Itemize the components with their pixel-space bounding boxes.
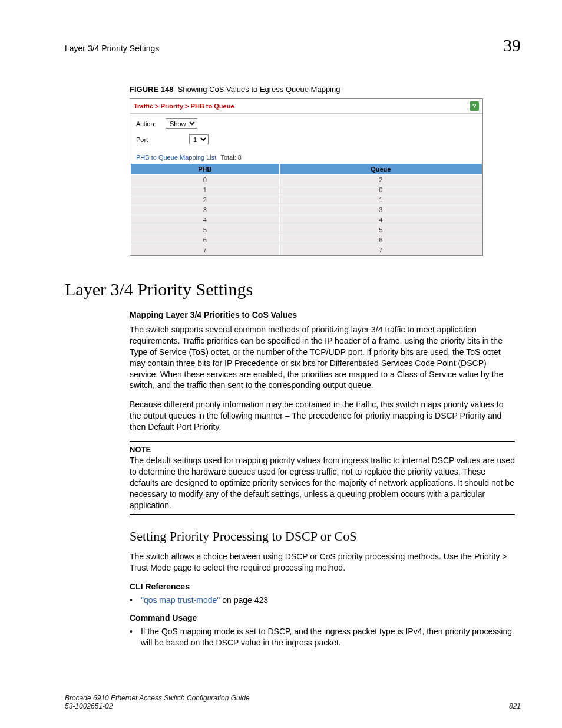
table-row: 44	[131, 215, 482, 225]
table-row: 55	[131, 225, 482, 235]
embedded-screenshot: Traffic > Priority > PHB to Queue ? Acti…	[130, 98, 483, 256]
subsection-heading: Setting Priority Processing to DSCP or C…	[130, 529, 521, 544]
figure-label: FIGURE 148	[130, 85, 173, 94]
section-heading: Layer 3/4 Priority Settings	[65, 279, 521, 299]
action-label: Action:	[136, 120, 160, 127]
cli-references-heading: CLI References	[130, 582, 515, 591]
phb-queue-table: PHB Queue 02 10 21 33 44 55 66 77	[130, 163, 482, 255]
table-row: 21	[131, 195, 482, 205]
footer-doc-number: 53-1002651-02	[65, 702, 250, 710]
col-queue: Queue	[279, 164, 482, 175]
footer-book-title: Brocade 6910 Ethernet Access Switch Conf…	[65, 694, 250, 702]
paragraph: The switch allows a choice between using…	[130, 551, 515, 574]
mapping-list-title: PHB to Queue Mapping List Total: 8	[130, 154, 482, 163]
breadcrumb: Traffic > Priority > PHB to Queue	[134, 103, 234, 110]
note-body: The default settings used for mapping pr…	[130, 455, 515, 510]
note-label: NOTE	[130, 445, 515, 454]
command-usage-heading: Command Usage	[130, 613, 515, 622]
table-row: 33	[131, 205, 482, 215]
col-phb: PHB	[131, 164, 280, 175]
bullet-icon: •	[130, 595, 133, 606]
paragraph: The switch supports several common metho…	[130, 324, 515, 391]
port-label: Port	[136, 136, 183, 143]
note-rule-top	[130, 441, 515, 442]
table-row: 10	[131, 185, 482, 195]
running-header: Layer 3/4 Priority Settings	[65, 44, 159, 53]
command-usage-item: If the QoS mapping mode is set to DSCP, …	[141, 626, 515, 648]
cli-link[interactable]: "qos map trust-mode"	[141, 595, 220, 605]
subheading-mapping: Mapping Layer 3/4 Priorities to CoS Valu…	[130, 310, 515, 319]
cli-reference-item: "qos map trust-mode" on page 423	[141, 595, 515, 606]
help-icon[interactable]: ?	[470, 101, 479, 111]
action-select[interactable]: Show	[166, 118, 197, 129]
figure-caption-text: Showing CoS Values to Egress Queue Mappi…	[178, 85, 340, 94]
note-rule-bottom	[130, 514, 515, 515]
page-footer: Brocade 6910 Ethernet Access Switch Conf…	[65, 694, 521, 710]
table-row: 77	[131, 245, 482, 255]
figure-caption: FIGURE 148 Showing CoS Values to Egress …	[130, 85, 521, 94]
port-select[interactable]: 1	[189, 134, 209, 144]
table-row: 66	[131, 235, 482, 245]
chapter-number: 39	[503, 35, 521, 55]
bullet-icon: •	[130, 626, 133, 648]
paragraph: Because different priority information m…	[130, 399, 515, 433]
page-number: 821	[509, 702, 521, 710]
table-row: 02	[131, 175, 482, 185]
